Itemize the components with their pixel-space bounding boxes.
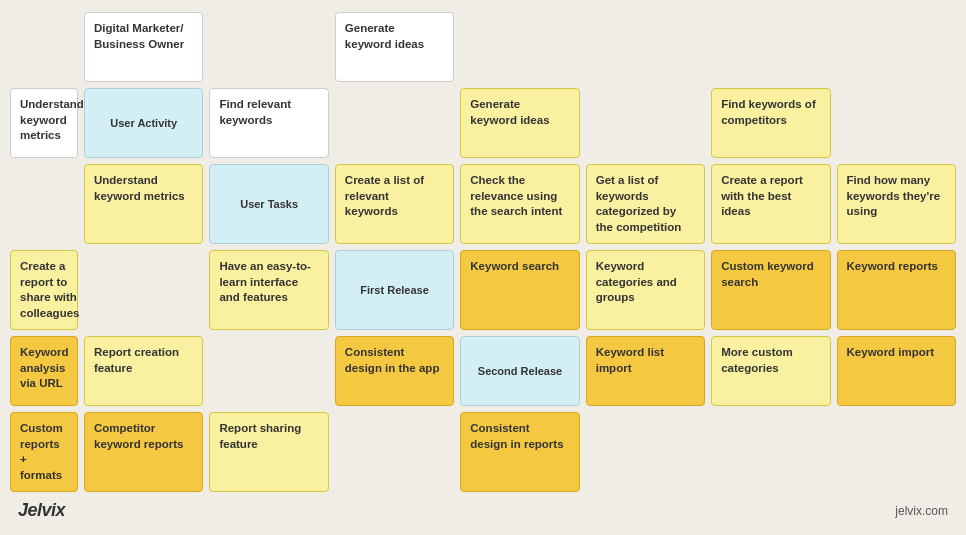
header-cell-3: Generate keyword ideas: [335, 12, 454, 82]
fr-cell-6: Report creation feature: [84, 336, 203, 406]
row-label-user-activity: User Activity: [84, 88, 203, 158]
row-label-user-tasks: User Tasks: [209, 164, 328, 244]
ua-cell-7: [10, 164, 78, 244]
ut-cell-8: Have an easy-to-learn interface and feat…: [209, 250, 328, 330]
sr-cell-7: [335, 412, 454, 492]
ut-cell-7: [84, 250, 203, 330]
footer-logo: Jelvix: [18, 500, 65, 521]
ua-cell-6: [837, 88, 956, 158]
main-container: Digital Marketer/ Business Owner Generat…: [0, 0, 966, 535]
ua-cell-2: [335, 88, 454, 158]
ut-cell-6: Create a report to share with colleagues: [10, 250, 78, 330]
sr-cell-2: More custom categories: [711, 336, 830, 406]
header-text-3: Generate keyword ideas: [345, 21, 444, 52]
fr-cell-4: Keyword reports: [837, 250, 956, 330]
header-cell-4: [460, 12, 579, 82]
header-cell-8: Understand keyword metrics: [10, 88, 78, 158]
ut-cell-2: Check the relevance using the search int…: [460, 164, 579, 244]
ut-cell-1: Create a list of relevant keywords: [335, 164, 454, 244]
grid-area: Digital Marketer/ Business Owner Generat…: [10, 12, 956, 492]
sr-cell-8: Consistent design in reports: [460, 412, 579, 492]
header-cell-2: [209, 12, 328, 82]
fr-cell-5: Keyword analysis via URL: [10, 336, 78, 406]
footer-url: jelvix.com: [895, 504, 948, 518]
header-cell-5: [586, 12, 705, 82]
header-cell-6: [711, 12, 830, 82]
row-label-empty: [10, 12, 78, 82]
sr-cell-4: Custom reports + formats: [10, 412, 78, 492]
sr-cell-1: Keyword list import: [586, 336, 705, 406]
ua-cell-5: Find keywords of competitors: [711, 88, 830, 158]
fr-cell-3: Custom keyword search: [711, 250, 830, 330]
ut-cell-3: Get a list of keywords categorized by th…: [586, 164, 705, 244]
persona-card: Digital Marketer/ Business Owner: [84, 12, 203, 82]
ut-cell-4: Create a report with the best ideas: [711, 164, 830, 244]
header-text-8: Understand keyword metrics: [20, 97, 84, 144]
sr-cell-6: Report sharing feature: [209, 412, 328, 492]
fr-cell-8: Consistent design in the app: [335, 336, 454, 406]
fr-cell-1: Keyword search: [460, 250, 579, 330]
persona-text: Digital Marketer/ Business Owner: [94, 21, 193, 52]
ua-cell-3: Generate keyword ideas: [460, 88, 579, 158]
row-label-second-release: Second Release: [460, 336, 579, 406]
row-label-first-release: First Release: [335, 250, 454, 330]
ua-cell-1: Find relevant keywords: [209, 88, 328, 158]
footer: Jelvix jelvix.com: [10, 496, 956, 521]
header-cell-7: [837, 12, 956, 82]
fr-cell-7: [209, 336, 328, 406]
ut-cell-5: Find how many keywords they're using: [837, 164, 956, 244]
ua-cell-4: [586, 88, 705, 158]
sr-cell-3: Keyword import: [837, 336, 956, 406]
sr-cell-5: Competitor keyword reports: [84, 412, 203, 492]
ua-cell-8: Understand keyword metrics: [84, 164, 203, 244]
fr-cell-2: Keyword categories and groups: [586, 250, 705, 330]
